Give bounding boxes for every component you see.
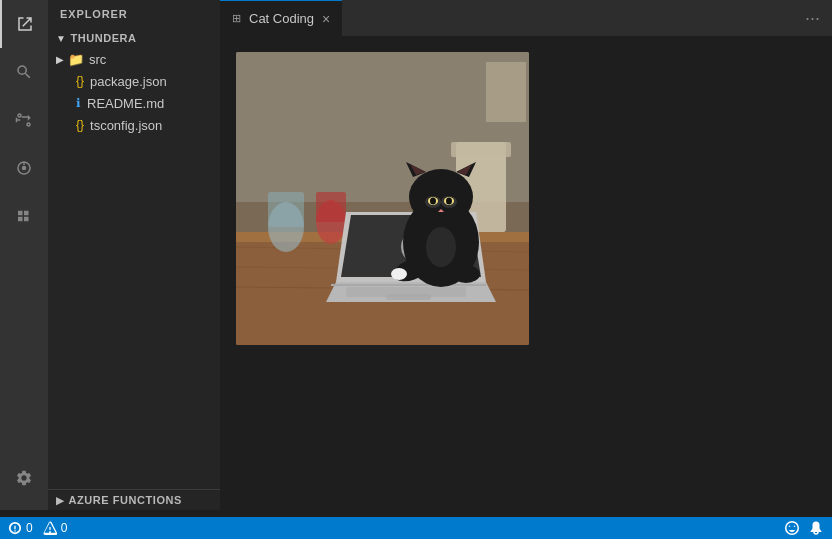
content-area bbox=[220, 36, 832, 510]
src-chevron: ▶ bbox=[56, 54, 64, 65]
folder-icon: 📁 bbox=[68, 52, 84, 67]
tsconfig-icon: {} bbox=[76, 118, 84, 132]
cat-image bbox=[236, 52, 529, 345]
svg-rect-21 bbox=[331, 284, 486, 286]
svg-point-2 bbox=[22, 166, 27, 171]
sidebar: Explorer ▼ THUNDERA ▶ 📁 src {} package.j… bbox=[48, 0, 220, 510]
package-json-icon: {} bbox=[76, 74, 84, 88]
error-count[interactable]: 0 bbox=[8, 521, 33, 535]
status-right bbox=[776, 520, 832, 536]
warning-count[interactable]: 0 bbox=[43, 521, 68, 535]
notification-button[interactable] bbox=[808, 520, 824, 536]
package-json-label: package.json bbox=[90, 74, 167, 89]
azure-chevron: ▶ bbox=[56, 495, 65, 506]
settings-icon[interactable] bbox=[0, 454, 48, 502]
svg-point-34 bbox=[430, 198, 436, 205]
activity-bar bbox=[0, 0, 48, 510]
readme-file[interactable]: ℹ README.md bbox=[48, 92, 220, 114]
sidebar-header: Explorer bbox=[48, 0, 220, 28]
readme-label: README.md bbox=[87, 96, 164, 111]
svg-rect-12 bbox=[268, 192, 304, 227]
warning-count-label: 0 bbox=[61, 521, 68, 535]
status-bar: 0 0 bbox=[0, 517, 832, 539]
package-json-file[interactable]: {} package.json bbox=[48, 70, 220, 92]
preview-icon: ⊞ bbox=[232, 12, 241, 25]
azure-section: ▶ AZURE FUNCTIONS bbox=[48, 489, 220, 510]
src-label: src bbox=[89, 52, 106, 67]
main-editor: ⊞ Cat Coding × ··· bbox=[220, 0, 832, 510]
thundera-label: THUNDERA bbox=[70, 32, 136, 44]
cat-coding-tab[interactable]: ⊞ Cat Coding × bbox=[220, 0, 342, 36]
tsconfig-file[interactable]: {} tsconfig.json bbox=[48, 114, 220, 136]
tsconfig-label: tsconfig.json bbox=[90, 118, 162, 133]
extensions-icon[interactable] bbox=[0, 192, 48, 240]
thundera-chevron: ▼ bbox=[56, 33, 66, 44]
activity-bottom bbox=[0, 454, 48, 510]
svg-rect-23 bbox=[386, 294, 431, 300]
error-count-label: 0 bbox=[26, 521, 33, 535]
svg-point-39 bbox=[391, 268, 407, 280]
readme-icon: ℹ bbox=[76, 96, 81, 110]
tab-close-button[interactable]: × bbox=[322, 12, 330, 26]
files-icon[interactable] bbox=[0, 0, 48, 48]
src-folder[interactable]: ▶ 📁 src bbox=[48, 48, 220, 70]
source-control-icon[interactable] bbox=[0, 96, 48, 144]
status-left: 0 0 bbox=[0, 521, 75, 535]
tab-more-button[interactable]: ··· bbox=[793, 0, 832, 36]
svg-point-25 bbox=[409, 169, 473, 225]
svg-rect-5 bbox=[486, 62, 526, 122]
tab-label: Cat Coding bbox=[249, 11, 314, 26]
svg-point-37 bbox=[426, 227, 456, 267]
thundera-section[interactable]: ▼ THUNDERA bbox=[48, 28, 220, 48]
svg-point-35 bbox=[446, 198, 452, 205]
azure-label-text: AZURE FUNCTIONS bbox=[69, 494, 182, 506]
search-icon[interactable] bbox=[0, 48, 48, 96]
debug-icon[interactable] bbox=[0, 144, 48, 192]
tab-bar: ⊞ Cat Coding × ··· bbox=[220, 0, 832, 36]
svg-point-40 bbox=[452, 265, 480, 283]
svg-rect-16 bbox=[451, 142, 511, 157]
azure-functions-label[interactable]: ▶ AZURE FUNCTIONS bbox=[56, 494, 212, 506]
svg-rect-14 bbox=[316, 192, 346, 222]
smiley-button[interactable] bbox=[784, 520, 800, 536]
